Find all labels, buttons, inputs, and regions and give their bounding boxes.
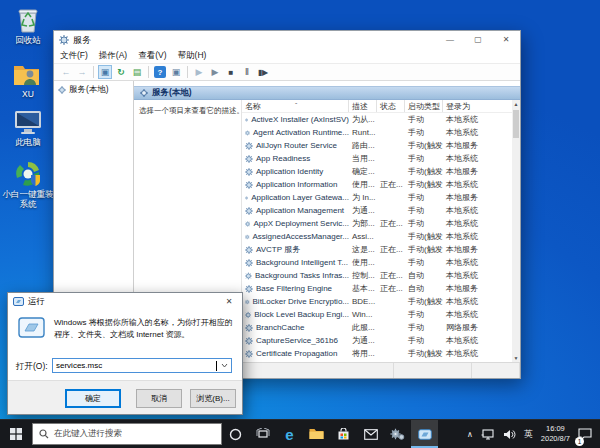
menu-view[interactable]: 查看(V) [138, 50, 166, 62]
table-row[interactable]: BitLocker Drive Encryptio... BDE... 手动(触… [242, 295, 512, 308]
service-name: App Readiness [256, 154, 310, 163]
window-title: 服务 [73, 34, 436, 47]
service-gear-icon [245, 142, 253, 150]
service-status: 正在... [377, 361, 405, 362]
close-button[interactable]: ✕ [492, 31, 520, 49]
list-column-headers: 名称 ˆ 描述 状态 启动类型 登录为 [242, 100, 520, 113]
start-button[interactable] [0, 420, 32, 448]
help-icon[interactable]: ? [154, 66, 166, 78]
network-tray-button[interactable] [477, 420, 499, 448]
mail-icon [364, 429, 378, 440]
table-row[interactable]: Application Layer Gatewa... 为 In... 手动 本… [242, 191, 512, 204]
column-header-name[interactable]: 名称 ˆ [242, 100, 349, 112]
edge-button[interactable]: e [276, 420, 303, 448]
table-row[interactable]: BranchCache 此服... 手动 网络服务 [242, 321, 512, 334]
table-row[interactable]: Background Intelligent T... 使用... 手动 本地系… [242, 256, 512, 269]
table-row[interactable]: Base Filtering Engine 基本... 正在... 自动 本地服… [242, 282, 512, 295]
panel-header-band: 服务(本地) [134, 86, 520, 100]
table-row[interactable]: App Readiness 当用... 手动 本地系统 [242, 152, 512, 165]
browse-button[interactable]: 浏览(B)... [190, 389, 236, 408]
toolbar-separator [187, 66, 188, 78]
service-gear-icon [245, 220, 250, 228]
table-row[interactable]: Client License Service (CS... 提供... 正在..… [242, 360, 512, 362]
service-logon-as: 本地服务 [443, 166, 504, 177]
chevron-down-icon[interactable] [221, 363, 228, 368]
maximize-button[interactable]: ▢ [464, 31, 492, 49]
task-view-button[interactable] [249, 420, 276, 448]
table-row[interactable]: Application Identity 确定... 手动(触发... 本地服务 [242, 165, 512, 178]
table-row[interactable]: Application Information 使用... 正在... 手动(触… [242, 178, 512, 191]
service-startup-type: 手动 [405, 218, 443, 229]
scrollbar-thumb[interactable] [513, 110, 519, 138]
run-command-input[interactable]: services.msc [52, 358, 232, 373]
table-row[interactable]: Agent Activation Runtime... Runt... 手动 本… [242, 126, 512, 139]
services-taskbar-button[interactable] [384, 420, 411, 448]
action-center-button[interactable]: 1 [574, 420, 596, 448]
table-row[interactable]: Background Tasks Infras... 控制... 正在... 自… [242, 269, 512, 282]
table-row[interactable]: Application Management 为通... 手动 本地系统 [242, 204, 512, 217]
back-icon[interactable]: ← [59, 65, 73, 79]
close-icon[interactable]: ✕ [216, 293, 242, 310]
table-row[interactable]: Block Level Backup Engi... Win... 手动 本地系… [242, 308, 512, 321]
vertical-scrollbar[interactable]: ▲ ▼ [512, 100, 520, 362]
cancel-button[interactable]: 取消 [136, 389, 182, 408]
restart-service-icon[interactable]: ▮▶ [256, 65, 270, 79]
export-list-icon[interactable]: ▤ [130, 65, 144, 79]
cortana-button[interactable] [222, 420, 249, 448]
service-startup-type: 自动 [405, 270, 443, 281]
run-titlebar[interactable]: 运行 ✕ [8, 293, 242, 310]
column-header-status[interactable]: 状态 [377, 100, 405, 112]
menu-file[interactable]: 文件(F) [60, 50, 88, 62]
service-logon-as: 本地系统 [443, 218, 504, 229]
service-status: 正在... [377, 283, 405, 294]
start-service-icon[interactable]: ▶ [192, 65, 206, 79]
volume-tray-button[interactable] [499, 420, 520, 448]
tray-clock[interactable]: 16:09 2020/8/7 [537, 420, 574, 448]
table-row[interactable]: AVCTP 服务 这是... 正在... 手动(触发... 本地服务 [242, 243, 512, 256]
desktop-icon-this-pc[interactable]: 此电脑 [0, 106, 56, 148]
column-header-logon-as[interactable]: 登录为 [443, 100, 520, 112]
desktop-icon-user-folder[interactable]: XU [0, 58, 56, 100]
scroll-down-icon[interactable]: ▼ [514, 354, 519, 362]
service-description: 为通... [349, 335, 377, 346]
service-startup-type: 手动(触发... [405, 140, 443, 151]
resume-service-icon[interactable]: ▶ [208, 65, 222, 79]
table-row[interactable]: AllJoyn Router Service 路由... 手动(触发... 本地… [242, 139, 512, 152]
store-button[interactable] [330, 420, 357, 448]
ok-button[interactable]: 确定 [65, 389, 121, 408]
text-caret [216, 361, 217, 371]
table-row[interactable]: Certificate Propagation 将用... 手动(触发... 本… [242, 347, 512, 360]
refresh-icon[interactable]: ↻ [114, 65, 128, 79]
tray-expand-chevron-icon[interactable]: ∧ [463, 420, 477, 448]
search-icon [39, 429, 49, 439]
action-pane-icon[interactable]: ▣ [169, 65, 183, 79]
mail-button[interactable] [357, 420, 384, 448]
table-row[interactable]: ActiveX Installer (AxInstSV) 为从... 手动 本地… [242, 113, 512, 126]
stop-service-icon[interactable]: ■ [224, 65, 238, 79]
file-explorer-button[interactable] [303, 420, 330, 448]
service-name: Agent Activation Runtime... [253, 128, 349, 137]
menu-help[interactable]: 帮助(H) [178, 50, 207, 62]
desktop-icon-reinstall-tool[interactable]: 小白一键重装系统 [0, 158, 56, 210]
forward-icon[interactable]: → [75, 65, 89, 79]
ime-indicator[interactable]: 英 [520, 420, 537, 448]
desktop-icon-recycle-bin[interactable]: 回收站 [0, 4, 56, 46]
console-tree-icon[interactable]: ▣ [98, 65, 112, 79]
column-header-description[interactable]: 描述 [349, 100, 377, 112]
table-row[interactable]: AssignedAccessManager... Assi... 手动(触发..… [242, 230, 512, 243]
clock-time: 16:09 [546, 424, 565, 433]
run-description: Windows 将根据你所输入的名称，为你打开相应的程序、文件夹、文档或 Int… [54, 317, 235, 342]
pause-service-icon[interactable]: Ⅱ [240, 65, 254, 79]
run-taskbar-button[interactable] [411, 420, 438, 448]
services-titlebar[interactable]: 服务 — ▢ ✕ [54, 31, 520, 49]
search-box[interactable]: 在此键入进行搜索 [32, 423, 222, 445]
tree-item-services-local[interactable]: 服务(本地) [54, 84, 133, 96]
menu-action[interactable]: 操作(A) [99, 50, 127, 62]
service-name: BranchCache [256, 323, 304, 332]
column-header-startup-type[interactable]: 启动类型 [405, 100, 443, 112]
table-row[interactable]: AppX Deployment Servic... 为部... 正在... 手动… [242, 217, 512, 230]
service-name: ActiveX Installer (AxInstSV) [251, 115, 349, 124]
table-row[interactable]: CaptureService_361b6 为通... 手动 本地系统 [242, 334, 512, 347]
scroll-up-icon[interactable]: ▲ [514, 100, 519, 108]
minimize-button[interactable]: — [436, 31, 464, 49]
